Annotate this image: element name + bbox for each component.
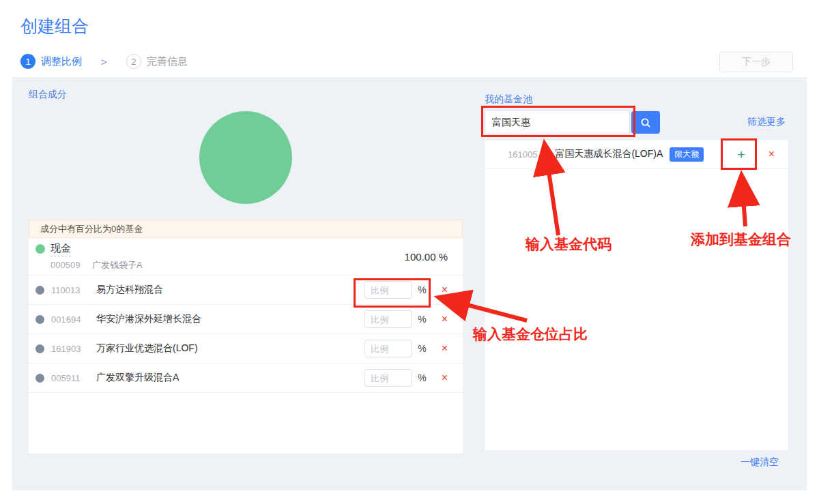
- remove-fund-icon[interactable]: ×: [442, 372, 448, 383]
- step-1-label: 调整比例: [41, 55, 82, 68]
- percent-sign: %: [418, 314, 426, 325]
- fund-name: 易方达科翔混合: [96, 284, 163, 296]
- search-button[interactable]: [631, 111, 660, 134]
- fund-row: 110013 易方达科翔混合 % ×: [29, 276, 463, 305]
- fund-name: 万家行业优选混合(LOF): [96, 342, 198, 355]
- search-icon: [640, 117, 651, 128]
- cash-row: 现金 000509 广发钱袋子A 100.00 %: [29, 238, 463, 276]
- cash-name: 现金: [51, 242, 71, 256]
- add-fund-icon[interactable]: +: [738, 148, 745, 161]
- percent-sign: %: [418, 372, 426, 383]
- fund-name: 广发双擎升级混合A: [96, 372, 179, 384]
- create-portfolio-page: 创建组合 1 调整比例 > 2 完善信息 下一步 组合成分 成分中有百分比为0的…: [0, 0, 819, 504]
- next-step-button[interactable]: 下一步: [719, 52, 793, 72]
- remove-fund-icon[interactable]: ×: [442, 314, 448, 325]
- fund-color-dot: [35, 315, 44, 324]
- page-title: 创建组合: [20, 15, 89, 38]
- search-result-row: 161005 富国天惠成长混合(LOF)A 限大额 + ×: [485, 140, 788, 169]
- left-panel-title: 组合成分: [29, 89, 67, 101]
- step-2-label: 完善信息: [147, 55, 188, 68]
- fund-color-dot: [35, 344, 44, 353]
- ratio-input[interactable]: [364, 340, 412, 357]
- step-separator-icon: >: [101, 56, 107, 68]
- percent-sign: %: [418, 343, 426, 354]
- result-fund-code: 161005: [508, 149, 537, 160]
- step-indicator: 1 调整比例 > 2 完善信息: [20, 54, 188, 69]
- ratio-input[interactable]: [364, 281, 412, 299]
- percent-sign: %: [418, 284, 426, 295]
- cash-fund-code: 000509: [51, 260, 80, 270]
- clear-all-link[interactable]: 一键清空: [741, 456, 779, 469]
- ratio-input[interactable]: [364, 369, 412, 387]
- result-fund-name: 富国天惠成长混合(LOF)A: [555, 148, 663, 160]
- step-1-circle: 1: [20, 54, 35, 69]
- fund-code: 161903: [51, 344, 89, 354]
- cash-color-dot: [35, 244, 45, 254]
- portfolio-pie-chart: [199, 111, 292, 204]
- fund-row: 001694 华安沪港深外延增长混合 % ×: [29, 305, 463, 334]
- fund-code: 110013: [51, 285, 89, 295]
- remove-fund-icon[interactable]: ×: [442, 343, 448, 354]
- cash-percent-value: 100.00 %: [405, 251, 448, 263]
- fund-search-input[interactable]: [485, 110, 630, 134]
- fund-pool-card: 161005 富国天惠成长混合(LOF)A 限大额 + ×: [485, 140, 788, 450]
- limit-badge: 限大额: [670, 147, 704, 162]
- right-panel-title: 我的基金池: [485, 93, 532, 106]
- fund-color-dot: [35, 374, 44, 383]
- fund-color-dot: [35, 286, 44, 295]
- step-2-circle: 2: [126, 54, 141, 69]
- portfolio-composition-card: 成分中有百分比为0的基金 现金 000509 广发钱袋子A 100.00 % 1…: [29, 220, 463, 454]
- filter-more-link[interactable]: 筛选更多: [747, 116, 786, 128]
- remove-fund-icon[interactable]: ×: [442, 284, 448, 295]
- fund-row: 005911 广发双擎升级混合A % ×: [29, 364, 463, 393]
- remove-result-icon[interactable]: ×: [768, 149, 775, 160]
- ratio-input[interactable]: [364, 310, 412, 328]
- cash-fund-name: 广发钱袋子A: [92, 260, 143, 270]
- fund-row: 161903 万家行业优选混合(LOF) % ×: [29, 334, 463, 364]
- fund-name: 华安沪港深外延增长混合: [96, 313, 201, 325]
- fund-code: 005911: [51, 373, 89, 383]
- zero-percent-warning: 成分中有百分比为0的基金: [29, 220, 463, 238]
- fund-code: 001694: [51, 314, 89, 325]
